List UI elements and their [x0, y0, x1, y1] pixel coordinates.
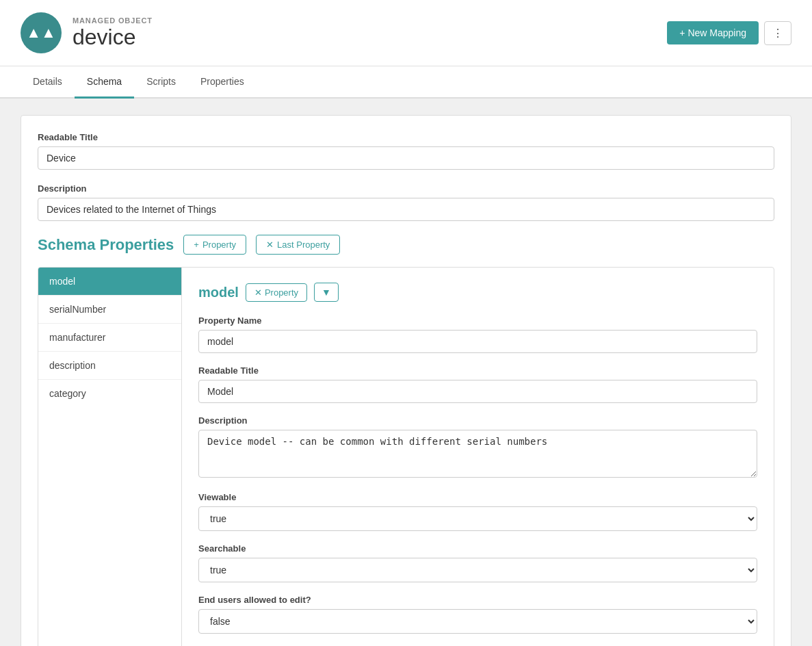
- viewable-group: Viewable true false: [198, 492, 757, 531]
- new-mapping-button[interactable]: + New Mapping: [667, 21, 759, 44]
- kebab-menu-button[interactable]: ⋮: [764, 21, 791, 45]
- detail-readable-title-label: Readable Title: [198, 365, 757, 376]
- sidebar-item-manufacturer[interactable]: manufacturer: [38, 324, 181, 352]
- detail-description-group: Description Device model -- can be commo…: [198, 415, 757, 480]
- header-left: ▲▲ MANAGED OBJECT device: [21, 12, 153, 53]
- end-users-select[interactable]: false true: [198, 609, 757, 634]
- detail-description-label: Description: [198, 415, 757, 426]
- searchable-group: Searchable true false: [198, 543, 757, 582]
- main-panel: model serialNumber manufacturer descript…: [38, 267, 774, 646]
- viewable-select[interactable]: true false: [198, 506, 757, 531]
- end-users-group: End users allowed to edit? false true: [198, 595, 757, 634]
- tab-details[interactable]: Details: [21, 66, 75, 99]
- schema-properties-title: Schema Properties: [38, 236, 174, 254]
- app-header: ▲▲ MANAGED OBJECT device + New Mapping ⋮: [0, 0, 812, 66]
- last-property-button[interactable]: ✕ Last Property: [256, 235, 340, 255]
- readable-title-input[interactable]: [38, 146, 774, 170]
- description-label: Description: [38, 183, 774, 194]
- remove-property-button[interactable]: ✕ Property: [246, 283, 307, 302]
- managed-object-label: MANAGED OBJECT: [73, 16, 153, 25]
- add-property-label: Property: [202, 240, 236, 250]
- readable-title-group: Readable Title: [38, 132, 774, 170]
- move-down-button[interactable]: ▼: [314, 283, 339, 302]
- detail-readable-title-group: Readable Title: [198, 365, 757, 403]
- header-title-block: MANAGED OBJECT device: [73, 16, 153, 50]
- description-input[interactable]: [38, 198, 774, 221]
- tabs-bar: Details Schema Scripts Properties: [0, 66, 812, 99]
- sidebar-item-serialnumber[interactable]: serialNumber: [38, 296, 181, 324]
- searchable-label: Searchable: [198, 543, 757, 554]
- avatar-icon: ▲▲: [26, 25, 56, 40]
- arrow-down-icon: ▼: [322, 287, 331, 298]
- sidebar-item-description[interactable]: description: [38, 352, 181, 380]
- x-icon-small: ✕: [254, 287, 262, 298]
- tab-properties[interactable]: Properties: [188, 66, 257, 99]
- add-property-button[interactable]: + Property: [183, 235, 246, 255]
- plus-icon: +: [194, 240, 199, 250]
- app-title: device: [73, 25, 153, 50]
- property-name-label: Property Name: [198, 315, 757, 326]
- sidebar-list: model serialNumber manufacturer descript…: [38, 268, 182, 646]
- detail-panel: model ✕ Property ▼ Property Name: [182, 268, 774, 646]
- tab-schema[interactable]: Schema: [75, 66, 134, 99]
- description-group: Description: [38, 183, 774, 221]
- detail-readable-title-input[interactable]: [198, 380, 757, 403]
- header-actions: + New Mapping ⋮: [667, 21, 791, 45]
- last-property-label: Last Property: [277, 240, 330, 250]
- sidebar-item-category[interactable]: category: [38, 380, 181, 407]
- property-name-input[interactable]: [198, 330, 757, 353]
- remove-property-label: Property: [265, 287, 298, 298]
- schema-properties-header: Schema Properties + Property ✕ Last Prop…: [38, 235, 774, 255]
- property-header: model ✕ Property ▼: [198, 283, 757, 302]
- detail-description-textarea[interactable]: Device model -- can be common with diffe…: [198, 430, 757, 478]
- schema-card: Readable Title Description Schema Proper…: [21, 115, 791, 646]
- sidebar-item-model[interactable]: model: [38, 268, 181, 296]
- content-area: Readable Title Description Schema Proper…: [0, 99, 812, 646]
- x-icon: ✕: [266, 240, 274, 250]
- property-name-group: Property Name: [198, 315, 757, 353]
- end-users-label: End users allowed to edit?: [198, 595, 757, 605]
- searchable-select[interactable]: true false: [198, 558, 757, 582]
- readable-title-label: Readable Title: [38, 132, 774, 142]
- viewable-label: Viewable: [198, 492, 757, 502]
- avatar: ▲▲: [21, 12, 62, 53]
- tab-scripts[interactable]: Scripts: [134, 66, 188, 99]
- property-name-big: model: [198, 285, 239, 300]
